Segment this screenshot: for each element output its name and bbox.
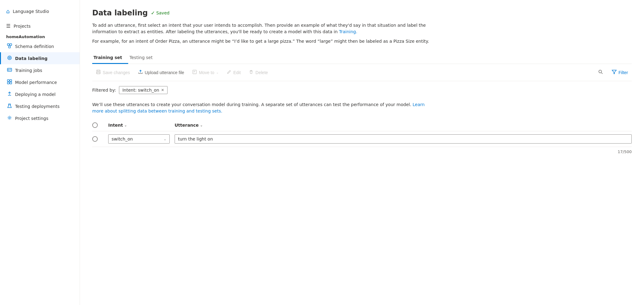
description-line1: To add an utterance, first select an int… <box>92 22 430 35</box>
tab-training-set[interactable]: Training set <box>92 52 128 64</box>
utterance-field[interactable]: turn the light on <box>175 134 632 144</box>
svg-rect-1 <box>10 44 12 46</box>
upload-utterance-button[interactable]: Upload utterance file <box>134 68 188 77</box>
sidebar-item-deploying-a-model[interactable]: Deploying a model <box>0 88 80 100</box>
sidebar-item-training-jobs[interactable]: Training jobs <box>0 64 80 76</box>
filter-chip-text: Intent: switch_on <box>122 88 159 93</box>
delete-button[interactable]: Delete <box>245 68 271 77</box>
row-checkbox-col <box>92 136 103 142</box>
svg-point-4 <box>9 57 10 59</box>
app-name-label: Language Studio <box>13 9 49 14</box>
sidebar-item-testing-deployments[interactable]: Testing deployments <box>0 100 80 112</box>
sidebar-item-project-settings[interactable]: Project settings <box>0 112 80 124</box>
upload-utterance-label: Upload utterance file <box>145 70 184 75</box>
label-icon <box>7 55 12 61</box>
sidebar-item-deploying-a-model-label: Deploying a model <box>15 92 56 97</box>
filtered-by-label: Filtered by: <box>92 88 116 93</box>
toolbar-right: Filter <box>595 68 632 77</box>
tabs-container: Training set Testing set <box>92 52 632 64</box>
utterance-sort-icon: ⌄ <box>200 123 203 127</box>
main-content: Data labeling ✓ Saved To add an utteranc… <box>80 0 644 305</box>
save-changes-label: Save changes <box>103 70 130 75</box>
filter-label: Filter <box>618 70 628 75</box>
home-icon: ⌂ <box>6 8 10 14</box>
dropdown-chevron-icon: ⌄ <box>164 137 166 141</box>
svg-rect-24 <box>193 70 196 74</box>
upload-icon <box>138 69 143 75</box>
filter-area: Filtered by: Intent: switch_on ✕ <box>92 81 632 97</box>
app-name-link[interactable]: ⌂ Language Studio <box>6 5 73 18</box>
save-changes-button[interactable]: Save changes <box>92 68 134 77</box>
projects-label: Projects <box>14 24 30 29</box>
tab-testing-set[interactable]: Testing set <box>128 52 159 64</box>
sidebar-item-data-labeling-label: Data labeling <box>15 56 47 61</box>
move-to-chevron-icon: ⌄ <box>216 71 219 74</box>
header-radio[interactable] <box>92 122 98 128</box>
sidebar-item-model-performance[interactable]: Model performance <box>0 76 80 88</box>
description-line2: For example, for an intent of Order Pizz… <box>92 38 430 45</box>
list-icon: ☰ <box>6 23 10 29</box>
schema-icon <box>7 43 12 49</box>
projects-link[interactable]: ☰ Projects <box>0 20 80 32</box>
deploy-icon <box>7 91 12 97</box>
svg-rect-10 <box>10 80 12 81</box>
svg-rect-11 <box>7 82 9 84</box>
svg-line-27 <box>601 73 603 74</box>
move-icon <box>192 69 197 75</box>
intent-value: switch_on <box>112 137 133 141</box>
saved-label: Saved <box>156 10 169 15</box>
filter-chip[interactable]: Intent: switch_on ✕ <box>119 86 168 94</box>
header-checkbox-col <box>92 122 103 128</box>
col-utterance-header[interactable]: Utterance ⌄ <box>175 123 632 128</box>
sidebar-item-training-jobs-label: Training jobs <box>15 68 42 73</box>
delete-icon <box>249 69 254 75</box>
record-counter: 17/500 <box>92 147 632 156</box>
model-icon <box>7 79 12 85</box>
edit-icon <box>227 69 231 75</box>
svg-point-6 <box>8 69 9 70</box>
svg-point-16 <box>9 117 10 119</box>
svg-point-3 <box>8 56 11 60</box>
row-radio[interactable] <box>92 136 98 142</box>
svg-rect-25 <box>250 71 252 73</box>
search-button[interactable] <box>595 68 607 77</box>
toolbar: Save changes Upload utterance file <box>92 64 632 81</box>
col-intent-header[interactable]: Intent ⌄ <box>108 123 170 128</box>
sidebar-item-testing-deployments-label: Testing deployments <box>15 104 60 109</box>
check-icon: ✓ <box>151 10 155 16</box>
svg-rect-9 <box>7 80 9 81</box>
svg-rect-17 <box>97 70 100 74</box>
edit-button[interactable]: Edit <box>223 68 244 77</box>
filter-icon <box>612 69 617 75</box>
page-title: Data labeling <box>92 9 148 17</box>
move-to-label: Move to <box>199 70 214 75</box>
search-icon <box>598 69 603 75</box>
filter-button[interactable]: Filter <box>608 68 632 77</box>
sidebar-item-schema-definition-label: Schema definition <box>15 44 54 49</box>
settings-icon <box>7 115 12 121</box>
move-to-button[interactable]: Move to ⌄ <box>188 68 222 77</box>
saved-badge: ✓ Saved <box>151 10 170 16</box>
delete-label: Delete <box>255 70 268 75</box>
svg-rect-2 <box>9 46 10 48</box>
sidebar-item-schema-definition[interactable]: Schema definition <box>0 40 80 52</box>
svg-rect-18 <box>97 70 99 72</box>
svg-rect-0 <box>7 44 9 46</box>
sidebar: ⌂ Language Studio ☰ Projects homeAutomat… <box>0 0 80 305</box>
info-text: We’ll use these utterances to create you… <box>92 101 430 114</box>
testing-icon <box>7 103 12 109</box>
table-header: Intent ⌄ Utterance ⌄ <box>92 119 632 131</box>
svg-rect-12 <box>10 82 12 84</box>
save-icon <box>96 69 101 75</box>
svg-marker-28 <box>612 70 616 74</box>
sidebar-item-model-performance-label: Model performance <box>15 80 57 85</box>
filter-chip-close-icon[interactable]: ✕ <box>161 88 164 92</box>
sidebar-item-data-labeling[interactable]: Data labeling <box>0 52 80 64</box>
edit-label: Edit <box>233 70 241 75</box>
svg-rect-19 <box>97 72 100 74</box>
sidebar-item-project-settings-label: Project settings <box>15 116 48 121</box>
intent-dropdown[interactable]: switch_on ⌄ <box>108 134 170 144</box>
project-title: homeAutomation <box>0 32 80 40</box>
training-link[interactable]: Training. <box>339 29 358 34</box>
intent-sort-icon: ⌄ <box>124 123 127 127</box>
